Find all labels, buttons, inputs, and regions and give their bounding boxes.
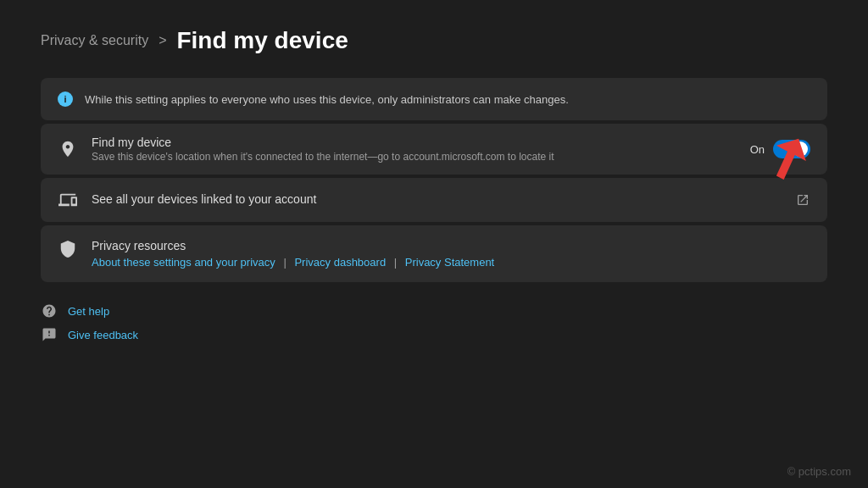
get-help-icon	[41, 302, 58, 319]
privacy-shield-icon	[58, 239, 78, 259]
give-feedback-icon	[41, 326, 58, 343]
link-separator-1: |	[283, 256, 286, 269]
breadcrumb-separator: >	[159, 33, 166, 48]
find-my-device-card: Find my device Save this device's locati…	[41, 124, 827, 175]
privacy-link-1[interactable]: About these settings and your privacy	[92, 256, 275, 269]
devices-linked-text: See all your devices linked to your acco…	[92, 192, 782, 208]
toggle-knob	[793, 141, 808, 157]
toggle-state-label: On	[750, 143, 765, 156]
get-help-label[interactable]: Get help	[68, 305, 109, 318]
privacy-resources-inner: Privacy resources About these settings a…	[58, 239, 810, 269]
find-my-device-title: Find my device	[92, 136, 737, 149]
breadcrumb: Privacy & security > Find my device	[41, 27, 827, 54]
info-icon: i	[58, 92, 73, 107]
find-my-device-desc: Save this device's location when it's co…	[92, 151, 737, 163]
find-device-icon	[58, 139, 78, 159]
bottom-links: Get help Give feedback	[41, 302, 827, 343]
watermark: © pctips.com	[787, 465, 851, 478]
find-my-device-text: Find my device Save this device's locati…	[92, 136, 737, 163]
devices-icon	[58, 190, 78, 210]
external-link-icon[interactable]	[795, 192, 810, 208]
privacy-resources-card: Privacy resources About these settings a…	[41, 225, 827, 282]
info-card: i While this setting applies to everyone…	[41, 78, 827, 120]
toggle-container: On	[750, 140, 810, 158]
link-separator-2: |	[394, 256, 397, 269]
privacy-links: About these settings and your privacy | …	[92, 256, 494, 269]
give-feedback-item[interactable]: Give feedback	[41, 326, 827, 343]
devices-linked-title: See all your devices linked to your acco…	[92, 192, 782, 206]
give-feedback-label[interactable]: Give feedback	[68, 329, 138, 341]
page-title: Find my device	[176, 27, 348, 54]
privacy-link-3[interactable]: Privacy Statement	[405, 256, 495, 269]
devices-linked-card[interactable]: See all your devices linked to your acco…	[41, 178, 827, 222]
info-text: While this setting applies to everyone w…	[85, 93, 569, 106]
breadcrumb-parent[interactable]: Privacy & security	[41, 33, 148, 48]
privacy-resources-title: Privacy resources	[92, 239, 494, 252]
get-help-item[interactable]: Get help	[41, 302, 827, 319]
find-my-device-toggle[interactable]	[773, 140, 810, 158]
privacy-resources-content: Privacy resources About these settings a…	[92, 239, 494, 269]
privacy-link-2[interactable]: Privacy dashboard	[294, 256, 386, 269]
